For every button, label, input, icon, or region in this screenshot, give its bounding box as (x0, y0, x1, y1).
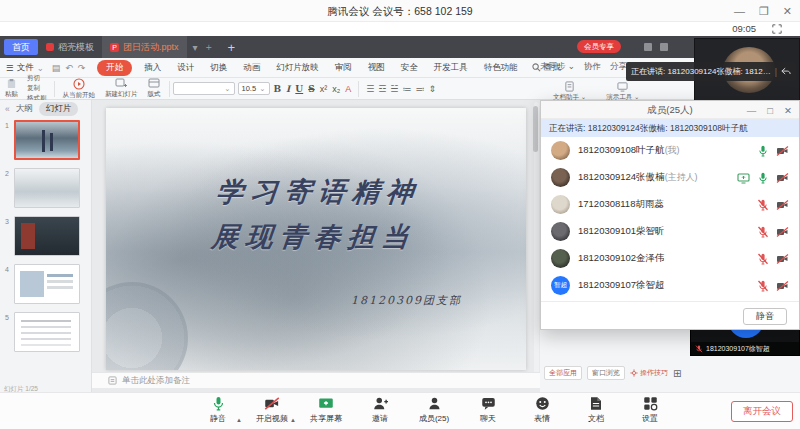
camera-off-icon[interactable] (776, 226, 789, 238)
maximize-button[interactable]: □ (767, 105, 773, 116)
undo-icon[interactable]: ↶ (65, 63, 73, 73)
mic-muted-icon[interactable] (757, 253, 769, 265)
mic-on-icon[interactable] (757, 145, 769, 157)
tips-button[interactable]: 操作技巧 (630, 368, 668, 378)
vertical-scrollbar[interactable] (534, 102, 539, 388)
close-button[interactable]: ✕ (784, 105, 792, 116)
superscript-button[interactable]: x² (320, 84, 328, 94)
wps-home-tab[interactable]: 首页 (4, 39, 38, 55)
outline-tab[interactable]: 大纲 (16, 103, 33, 115)
member-row[interactable]: 17120308118胡雨蕊 (541, 191, 799, 218)
new-tab-button[interactable]: + (228, 40, 236, 55)
strikethrough-button[interactable]: S (308, 84, 315, 94)
screen-sharing-icon[interactable] (737, 172, 750, 184)
save-icon[interactable]: ▤ (52, 63, 61, 73)
leave-meeting-button[interactable]: 离开会议 (731, 401, 793, 422)
tab-menu-icon[interactable]: ▾ (193, 42, 198, 53)
sync-status[interactable]: 未同步 ⌄ (540, 61, 575, 73)
new-slide-button[interactable]: 新建幻灯片 (100, 78, 143, 99)
member-row[interactable]: 18120309102金泽伟 (541, 245, 799, 272)
browse-mode-button[interactable]: 窗口浏览 (587, 366, 625, 380)
subscript-button[interactable]: x₂ (332, 84, 340, 94)
member-row[interactable]: 18120309124张傲楠(主持人) (541, 164, 799, 191)
copy-button[interactable]: 复制 (27, 84, 47, 93)
ribbon-tab-transition[interactable]: 切换 (206, 60, 231, 76)
ribbon-tab-design[interactable]: 设计 (173, 60, 198, 76)
wps-member-promo-button[interactable]: 会员专享 (577, 40, 621, 53)
redo-icon[interactable]: ↷ (78, 63, 86, 73)
more-icon[interactable] (660, 43, 668, 51)
cut-button[interactable]: 剪切 (27, 74, 47, 83)
invite-button[interactable]: 邀请 (360, 396, 400, 429)
wps-file-tab[interactable]: P 团日活动.pptx (102, 36, 187, 58)
camera-options-caret[interactable]: ▲ (290, 417, 296, 423)
mute-button[interactable]: 静音 (743, 308, 787, 325)
collapse-panel-icon[interactable]: « (5, 104, 10, 114)
mute-toggle-button[interactable]: 静音 ▲ (198, 396, 238, 429)
mic-muted-icon[interactable] (757, 226, 769, 238)
settings-button[interactable]: 设置 (630, 396, 670, 429)
camera-off-icon[interactable] (776, 253, 789, 265)
ribbon-tab-features[interactable]: 特色功能 (480, 60, 522, 76)
align-center-button[interactable]: ☲ (378, 84, 386, 94)
emoji-button[interactable]: 表情 (522, 396, 562, 429)
minimize-button[interactable]: — (734, 5, 745, 17)
mic-options-caret[interactable]: ▲ (236, 417, 242, 423)
paste-button[interactable]: 粘贴 (0, 78, 23, 99)
slide-thumb-2[interactable]: 2 (0, 168, 92, 212)
line-spacing-button[interactable]: ⇕ (428, 84, 436, 94)
close-button[interactable]: ✕ (783, 5, 792, 18)
mic-muted-icon[interactable] (757, 280, 769, 292)
wps-file-menu[interactable]: ☰ 文件 ⌄ (6, 62, 44, 74)
current-slide[interactable]: 学习寄语精神 展现青春担当 18120309团支部 (106, 108, 526, 370)
camera-off-icon[interactable] (776, 199, 789, 211)
wps-docer-tab[interactable]: 稻壳模板 (38, 36, 102, 58)
slide-thumb-4[interactable]: 4 (0, 264, 92, 308)
camera-off-icon[interactable] (776, 280, 789, 292)
camera-off-icon[interactable] (776, 172, 789, 184)
restore-button[interactable]: ❐ (759, 5, 769, 18)
notification-icon[interactable] (644, 43, 652, 51)
slides-tab[interactable]: 幻灯片 (39, 102, 79, 116)
number-list-button[interactable]: ≕ (415, 84, 424, 94)
camera-toggle-button[interactable]: 开启视频 ▲ (252, 396, 292, 429)
ribbon-tab-devtools[interactable]: 开发工具 (430, 60, 472, 76)
ribbon-tab-security[interactable]: 安全 (397, 60, 422, 76)
ribbon-tab-insert[interactable]: 插入 (140, 60, 165, 76)
docs-button[interactable]: 文档 (576, 396, 616, 429)
font-name-combo[interactable]: ⌄ (173, 82, 235, 95)
minimize-button[interactable]: — (747, 105, 757, 116)
underline-button[interactable]: U (295, 84, 303, 94)
mic-on-icon[interactable] (757, 172, 769, 184)
collaborate-button[interactable]: 协作 (584, 61, 601, 73)
doc-assistant-button[interactable]: 文档助手 ⌄ (548, 81, 591, 102)
ribbon-tab-view[interactable]: 视图 (364, 60, 389, 76)
bullet-list-button[interactable]: ≔ (402, 84, 411, 94)
align-right-button[interactable]: ☱ (390, 84, 398, 94)
ribbon-tab-animation[interactable]: 动画 (239, 60, 264, 76)
member-row[interactable]: 18120309101柴智昕 (541, 218, 799, 245)
slide-thumb-3[interactable]: 3 (0, 216, 92, 260)
tab-close-icon[interactable]: ＋ (204, 40, 214, 54)
member-row[interactable]: 18120309108叶子航(我) (541, 137, 799, 164)
ribbon-tab-home[interactable]: 开始 (97, 60, 132, 76)
align-left-button[interactable]: ☰ (366, 84, 374, 94)
fullscreen-icon[interactable] (772, 24, 782, 34)
slide-thumb-5[interactable]: 5 (0, 312, 92, 356)
layout-button[interactable]: 版式 (143, 78, 166, 99)
play-from-current-button[interactable]: 从当前开始 (58, 78, 101, 100)
reply-arrow-icon[interactable] (781, 67, 791, 76)
view-grid-icon[interactable]: ⊞ (673, 368, 681, 379)
notes-bar[interactable]: 单击此处添加备注 (92, 372, 540, 388)
all-apps-button[interactable]: 全部应用 (544, 366, 582, 380)
share-button[interactable]: 分享 (610, 61, 627, 73)
presentation-tools-button[interactable]: 演示工具 ⌄ (601, 81, 644, 102)
mic-muted-icon[interactable] (757, 199, 769, 211)
share-screen-button[interactable]: 共享屏幕 (306, 396, 346, 429)
ribbon-tab-review[interactable]: 审阅 (331, 60, 356, 76)
font-size-combo[interactable]: 10.5⌄ (238, 82, 270, 95)
font-color-button[interactable]: A (345, 84, 351, 94)
chat-button[interactable]: 聊天 (468, 396, 508, 429)
camera-off-icon[interactable] (776, 145, 789, 157)
ribbon-tab-slideshow[interactable]: 幻灯片放映 (272, 60, 323, 76)
